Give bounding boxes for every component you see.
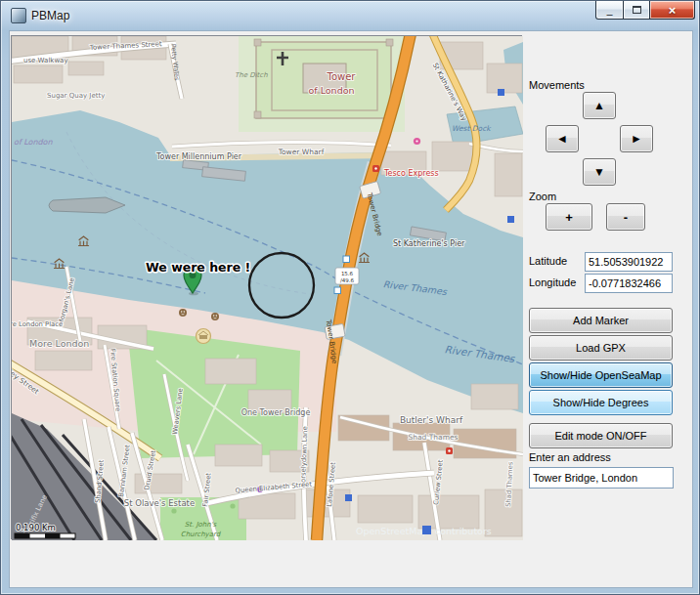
latitude-input[interactable] xyxy=(585,252,673,272)
zoom-out-button[interactable]: - xyxy=(606,203,645,231)
maximize-icon xyxy=(633,6,641,14)
label-walkway: use Walkway xyxy=(23,57,68,64)
label-st-olaves-estate: St Olave's Estate xyxy=(124,498,195,508)
zoom-label: Zoom xyxy=(529,191,556,202)
maximize-button[interactable] xyxy=(623,1,650,20)
movements-label: Movements xyxy=(529,79,585,91)
close-button[interactable]: × xyxy=(649,1,695,20)
shop-icon xyxy=(446,447,453,454)
label-boundary-of-london: of London xyxy=(14,138,54,147)
scale-text: 0.190 Km xyxy=(16,523,56,532)
shop-icon xyxy=(414,138,420,145)
seamark-icon xyxy=(498,89,504,96)
add-marker-button[interactable]: Add Marker xyxy=(529,308,673,333)
window-title: PBMap xyxy=(31,9,69,22)
move-left-button[interactable]: ◄ xyxy=(546,125,579,152)
label-st-katherines-pier: St Katherine's Pier xyxy=(393,239,465,248)
minimize-icon: – xyxy=(606,10,612,18)
map-canvas[interactable]: use Walkway Tower Thames Street Petty Wa… xyxy=(11,35,522,539)
label-tower-of-london: of London xyxy=(309,85,355,96)
theatre-icon xyxy=(179,309,187,317)
map-svg: use Walkway Tower Thames Street Petty Wa… xyxy=(12,36,523,540)
seamark-icon xyxy=(343,256,350,263)
attribution: OpenStreetMap contributors xyxy=(356,526,492,536)
bridge-clearance-bottom: /49.6 xyxy=(340,277,355,283)
app-icon xyxy=(11,8,26,23)
label-tower: Tower xyxy=(327,71,357,82)
label-sugar-quay: Sugar Quay Jetty xyxy=(47,92,105,100)
attribution-contributors: contributors xyxy=(435,526,492,536)
longitude-label: Longitude xyxy=(529,276,576,288)
seamark-icon xyxy=(507,216,514,223)
label-st-johns: St. John's xyxy=(185,521,218,529)
down-arrow-icon: ▼ xyxy=(593,165,605,179)
marker-annotation-text: We were here ! xyxy=(146,260,250,275)
attraction-icon xyxy=(197,329,211,344)
zoom-in-button[interactable]: + xyxy=(546,203,592,231)
label-tower-wharf: Tower Wharf xyxy=(278,148,325,156)
label-more-london-place: More London Place xyxy=(12,320,63,328)
longitude-input[interactable] xyxy=(585,274,673,293)
edit-mode-button[interactable]: Edit mode ON/OFF xyxy=(529,423,673,448)
load-gpx-button[interactable]: Load GPX xyxy=(529,335,673,361)
label-churchyard: Churchyard xyxy=(181,531,222,538)
move-up-button[interactable]: ▲ xyxy=(583,92,616,119)
label-tower-millennium-pier: Tower Millennium Pier xyxy=(155,152,242,161)
address-label: Enter an address xyxy=(529,451,611,463)
seamark-icon xyxy=(334,287,341,294)
attribution-osm: OpenStreetMap xyxy=(356,526,428,536)
right-arrow-icon: ► xyxy=(631,132,642,146)
latitude-label: Latitude xyxy=(529,255,567,267)
label-the-ditch: The Ditch xyxy=(235,71,268,79)
close-icon: × xyxy=(669,3,677,18)
minimize-button[interactable]: – xyxy=(595,1,624,20)
move-down-button[interactable]: ▼ xyxy=(583,158,616,186)
seamark-icon xyxy=(345,494,352,501)
up-arrow-icon: ▲ xyxy=(593,99,605,112)
theatre-icon xyxy=(211,313,219,320)
move-right-button[interactable]: ► xyxy=(620,125,653,152)
bridge-clearance-top: 15.6 xyxy=(341,271,354,276)
toggle-degrees-button[interactable]: Show/Hide Degrees xyxy=(529,390,673,415)
attribution-icon xyxy=(422,526,431,534)
supermarket-icon xyxy=(372,165,379,172)
left-arrow-icon: ◄ xyxy=(556,132,568,146)
label-more-london: More London xyxy=(29,338,89,349)
tower-of-london-grounds xyxy=(239,36,405,132)
label-one-tower-bridge: One Tower Bridge xyxy=(241,408,311,417)
address-input[interactable] xyxy=(529,467,674,489)
app-window: PBMap – × xyxy=(0,0,700,595)
toggle-openseamap-button[interactable]: Show/Hide OpenSeaMap xyxy=(529,362,673,388)
label-tesco-express: Tesco Express xyxy=(383,169,439,178)
label-shad-thames: Shad Thames xyxy=(408,433,458,442)
label-butlers-wharf: Butler's Wharf xyxy=(400,415,463,425)
label-west-dock: West Dock xyxy=(452,124,492,133)
caption-buttons: – × xyxy=(596,1,695,20)
